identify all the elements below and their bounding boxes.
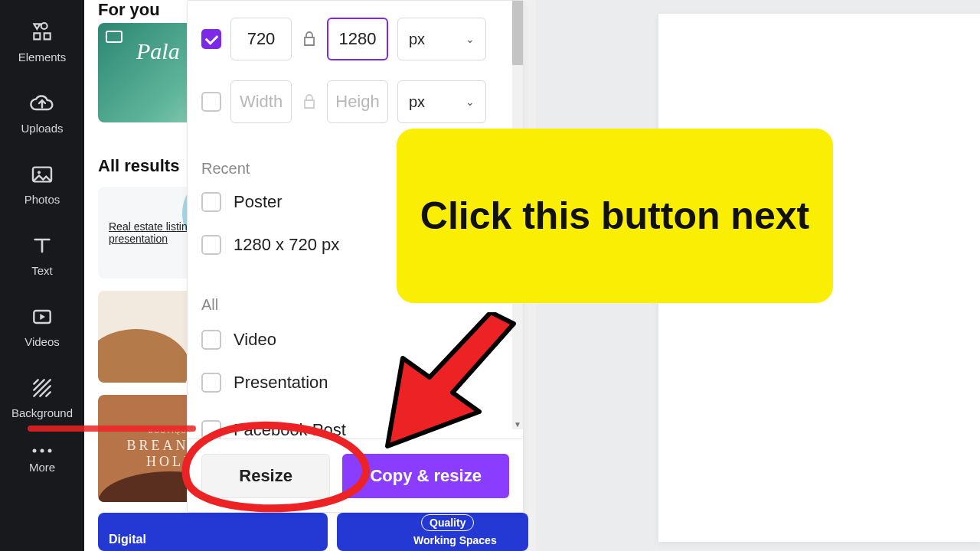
sidebar-item-text[interactable]: Text	[0, 220, 84, 291]
sidebar-item-videos[interactable]: Videos	[0, 291, 84, 362]
sidebar: Elements Uploads Photos Text Videos Back…	[0, 0, 84, 551]
height-input[interactable]	[327, 18, 388, 60]
sidebar-item-label: Background	[11, 406, 73, 419]
size-checkbox-checked[interactable]	[201, 29, 221, 49]
unit-value: px	[409, 93, 425, 111]
lock-aspect-icon[interactable]	[301, 29, 318, 49]
thumb-text: Digital	[109, 533, 146, 546]
all-results-heading: All results	[98, 156, 179, 176]
thumb-text: Real estate listingpresentation	[109, 220, 194, 245]
sidebar-item-more[interactable]: More	[0, 433, 84, 487]
videos-icon	[30, 305, 54, 329]
decorative-blob	[98, 329, 190, 383]
option-label: Video	[234, 330, 276, 350]
chevron-down-icon: ⌄	[466, 96, 475, 108]
template-thumb[interactable]: Quality Working Spaces	[337, 513, 528, 551]
photos-icon	[30, 162, 54, 187]
unit-value: px	[409, 31, 425, 48]
background-icon	[30, 376, 54, 400]
option-checkbox[interactable]	[201, 192, 221, 212]
video-badge-icon	[106, 31, 122, 43]
option-label: Presentation	[234, 373, 328, 393]
custom-size-row-empty: px ⌄	[201, 80, 486, 123]
sidebar-item-label: Elements	[18, 51, 67, 64]
sidebar-item-label: More	[29, 461, 55, 474]
sidebar-item-background[interactable]: Background	[0, 362, 84, 433]
unit-select[interactable]: px ⌄	[397, 80, 486, 123]
more-icon	[30, 447, 54, 455]
svg-point-4	[41, 449, 44, 453]
size-checkbox[interactable]	[201, 92, 221, 112]
annotation-callout: Click this button next	[397, 129, 833, 303]
all-label: All	[201, 296, 218, 314]
option-poster[interactable]: Poster	[201, 192, 283, 212]
sidebar-item-label: Text	[31, 264, 53, 277]
sidebar-item-label: Videos	[24, 335, 60, 348]
sidebar-item-elements[interactable]: Elements	[0, 6, 84, 77]
option-checkbox[interactable]	[201, 235, 221, 255]
option-label: Poster	[234, 192, 283, 212]
option-video[interactable]: Video	[201, 330, 276, 350]
option-checkbox[interactable]	[201, 420, 221, 440]
sidebar-item-label: Photos	[24, 193, 60, 206]
annotation-callout-text: Click this button next	[420, 193, 809, 239]
thumb-text: Working Spaces	[413, 534, 497, 546]
custom-size-row-active: px ⌄	[201, 18, 486, 60]
popover-footer: Resize Copy & resize	[188, 439, 523, 512]
annotation-strike	[28, 425, 196, 432]
chevron-down-icon: ⌄	[466, 33, 475, 45]
width-input[interactable]	[230, 80, 292, 123]
sidebar-item-uploads[interactable]: Uploads	[0, 77, 84, 148]
height-input[interactable]	[327, 80, 388, 123]
scrollbar-thumb[interactable]	[512, 1, 523, 65]
option-checkbox[interactable]	[201, 330, 221, 350]
svg-point-5	[48, 449, 52, 453]
recent-label: Recent	[201, 160, 250, 178]
option-label: 980 x 551 px	[234, 235, 339, 255]
elements-icon	[30, 20, 54, 44]
svg-point-3	[33, 449, 37, 453]
option-presentation[interactable]: Presentation	[201, 373, 328, 393]
copy-and-resize-button[interactable]: Copy & resize	[342, 454, 509, 498]
thumb-text: Quality	[421, 514, 474, 531]
lock-aspect-icon	[301, 92, 318, 112]
scrollbar-down-arrow[interactable]: ▼	[512, 419, 523, 429]
sidebar-item-label: Uploads	[21, 122, 63, 135]
unit-select[interactable]: px ⌄	[397, 18, 486, 60]
uploads-icon	[30, 91, 54, 116]
sidebar-item-photos[interactable]: Photos	[0, 148, 84, 220]
width-input[interactable]	[230, 18, 292, 60]
template-thumb[interactable]: Digital	[98, 513, 328, 551]
option-checkbox[interactable]	[201, 373, 221, 393]
option-label: Facebook Post	[234, 420, 346, 440]
svg-point-1	[38, 171, 41, 174]
text-icon	[30, 233, 54, 258]
thumb-text: Pala	[136, 38, 180, 64]
for-you-heading: For you	[98, 0, 160, 20]
resize-button[interactable]: Resize	[201, 454, 330, 498]
option-facebook-post[interactable]: Facebook Post	[201, 420, 346, 440]
option-980x551[interactable]: 980 x 551 px	[201, 235, 339, 255]
